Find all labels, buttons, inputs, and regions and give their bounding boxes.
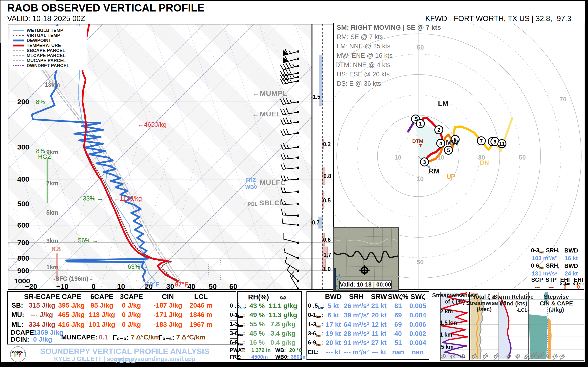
- svg-text:9: 9: [493, 139, 496, 145]
- skewt-legend: WETBULB TEMPVIRTUAL TEMPDEWPOINTTEMPERAT…: [10, 26, 87, 70]
- valid-timestamp: VALID: 10-18-2025 00Z: [7, 14, 85, 23]
- legend-item: TEMPERATURE: [13, 43, 85, 48]
- legend-item: DWNDRFT PARCEL: [13, 63, 85, 68]
- credit-line-2: KYLE J GILLETT | sounderpysoundings.anvi…: [29, 356, 221, 362]
- legend-item: MLCAPE PARCEL: [13, 53, 85, 58]
- station-header: KFWD - FORT WORTH, TX US | 32.8, -97.3: [425, 14, 571, 23]
- legend-swatch: [13, 60, 24, 61]
- legend-item: SBCAPE PARCEL: [13, 48, 85, 53]
- legend-swatch: [13, 45, 24, 46]
- logo-p: P: [14, 351, 18, 358]
- legend-item: VIRTUAL TEMP: [13, 33, 85, 38]
- map-valid-label: Valid: 10-18 | 00:00: [339, 281, 392, 289]
- sounderpy-screenshot: RAOB OBSERVED VERTICAL PROFILE VALID: 10…: [0, 0, 588, 367]
- svg-text:6: 6: [454, 137, 457, 142]
- svg-text:7: 7: [480, 138, 483, 144]
- legend-item: MUCAPE PARCEL: [13, 58, 85, 63]
- legend-swatch: [13, 50, 24, 51]
- legend-swatch: [13, 35, 24, 36]
- legend-swatch: [13, 40, 24, 42]
- vector-art-layer: .512345678911: [0, 0, 588, 367]
- svg-text:1: 1: [419, 121, 422, 127]
- legend-swatch: [13, 65, 24, 66]
- legend-item: WETBULB TEMP: [13, 28, 85, 33]
- legend-swatch: [13, 30, 24, 31]
- sounderpy-logo: SOUNDER PY: [10, 346, 26, 362]
- svg-text:11: 11: [499, 141, 505, 147]
- svg-text:2: 2: [437, 127, 440, 133]
- logo-y: Y: [18, 351, 22, 358]
- legend-item: DEWPOINT: [13, 38, 85, 43]
- svg-text:4: 4: [439, 140, 442, 146]
- legend-swatch: [13, 55, 24, 56]
- svg-text:3: 3: [423, 159, 426, 165]
- page-title: RAOB OBSERVED VERTICAL PROFILE: [7, 2, 204, 14]
- svg-text:5: 5: [447, 147, 450, 153]
